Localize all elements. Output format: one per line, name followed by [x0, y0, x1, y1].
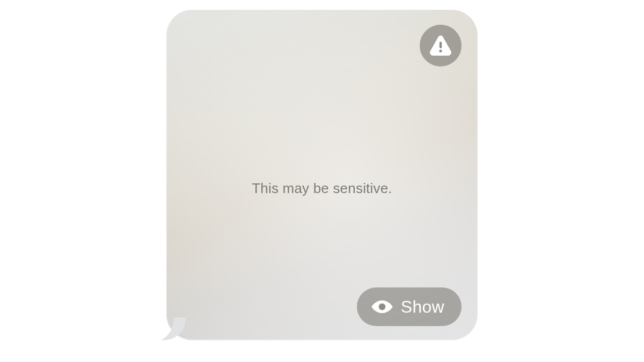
- viewport: This may be sensitive. Show: [0, 0, 644, 362]
- warning-badge: [420, 25, 462, 67]
- svg-point-1: [439, 49, 442, 52]
- warning-triangle-icon: [428, 33, 453, 58]
- sensitive-message-text: This may be sensitive.: [166, 180, 478, 197]
- show-button-label: Show: [401, 297, 444, 317]
- svg-rect-0: [440, 42, 442, 48]
- bubble-tail: [161, 317, 187, 343]
- svg-point-2: [379, 304, 385, 310]
- eye-icon: [371, 295, 393, 318]
- show-button[interactable]: Show: [357, 287, 462, 326]
- sensitive-content-bubble: This may be sensitive. Show: [166, 10, 478, 340]
